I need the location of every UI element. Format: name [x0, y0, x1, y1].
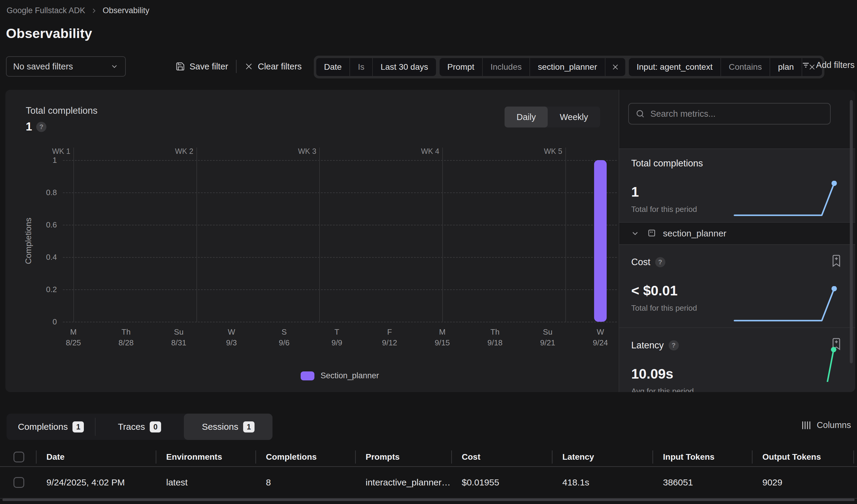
chart-total-value: 1	[26, 120, 32, 133]
bookmark-add-icon[interactable]	[831, 255, 842, 267]
page-title: Observability	[6, 26, 92, 41]
y-tick-label: 0.2	[46, 285, 57, 294]
x-tick-label: Su9/21	[540, 327, 555, 348]
filter-chip-operator[interactable]: Is	[350, 58, 372, 76]
help-icon[interactable]: ?	[655, 257, 665, 267]
divider	[236, 60, 237, 73]
x-tick-label: F9/12	[382, 327, 397, 348]
bar-section_planner[interactable]	[594, 160, 607, 322]
add-filters-button[interactable]: Add filters	[801, 60, 855, 70]
metrics-sidebar: Total completions 1 Total for this perio…	[619, 90, 855, 392]
column-header-output-tokens[interactable]: Output Tokens	[752, 450, 857, 464]
help-icon[interactable]: ?	[36, 122, 46, 132]
sparkline	[731, 346, 839, 392]
column-header-prompts[interactable]: Prompts	[355, 450, 451, 464]
x-tick-label: Su8/31	[171, 327, 187, 348]
column-header-date[interactable]: Date	[36, 450, 156, 464]
search-icon	[635, 109, 645, 119]
horizontal-scrollbar[interactable]	[2, 499, 855, 501]
filter-chip-value[interactable]: Last 30 days	[373, 58, 436, 76]
save-icon	[175, 62, 185, 71]
x-tick-label: M8/25	[66, 327, 81, 348]
x-tick-label: Th9/18	[487, 327, 503, 348]
prompt-group-label: section_planner	[663, 228, 726, 239]
search-metrics-input[interactable]	[650, 109, 823, 119]
chart-title: Total completions	[26, 105, 98, 116]
remove-filter-button[interactable]	[605, 58, 625, 76]
y-gridline	[63, 192, 617, 193]
breadcrumb-project[interactable]: Google Fullstack ADK	[6, 6, 85, 15]
column-header-completions[interactable]: Completions	[255, 450, 355, 464]
filter-chip-value[interactable]: plan	[770, 58, 802, 76]
clear-filters-button[interactable]: Clear filters	[244, 62, 302, 71]
y-axis-title: Completions	[24, 218, 33, 264]
columns-label: Columns	[817, 420, 851, 430]
help-icon[interactable]: ?	[669, 340, 679, 350]
filter-bar: No saved filters Save filter Clear filte…	[6, 56, 855, 79]
x-tick-label: M9/15	[435, 327, 450, 348]
week-gridline	[73, 147, 74, 322]
filter-chip-operator[interactable]: Includes	[483, 58, 530, 76]
granularity-toggle: Daily Weekly	[505, 107, 600, 127]
observability-panel: Total completions 1 ? Daily Weekly Compl…	[5, 90, 855, 392]
tab-sessions[interactable]: Sessions1	[184, 414, 272, 440]
y-gridline	[63, 290, 617, 290]
filter-chip-value[interactable]: section_planner	[530, 58, 605, 76]
metric-title-text: Latency	[631, 340, 664, 351]
column-header-environments[interactable]: Environments	[156, 450, 255, 464]
chevron-right-icon	[90, 7, 98, 15]
toggle-weekly[interactable]: Weekly	[548, 107, 600, 127]
week-label: WK 5	[544, 147, 562, 156]
count-badge: 1	[72, 421, 84, 433]
chart-legend: Section_planner	[63, 371, 617, 380]
chart-total: 1 ?	[26, 120, 46, 133]
columns-icon	[802, 421, 812, 430]
filter-chip: DateIsLast 30 days	[316, 58, 436, 76]
table-row[interactable]: 9/24/2025, 4:02 PMlatest8interactive_pla…	[0, 467, 857, 499]
select-all-checkbox[interactable]	[14, 452, 24, 463]
toggle-daily[interactable]: Daily	[505, 107, 548, 127]
latency-card: Latency ? 10.09s Avg for this period	[619, 328, 855, 392]
y-tick-label: 0.4	[46, 253, 57, 262]
y-tick-label: 0	[53, 317, 57, 327]
legend-swatch	[301, 371, 315, 380]
table-header-row: DateEnvironmentsCompletionsPromptsCostLa…	[0, 448, 857, 467]
tab-completions[interactable]: Completions1	[6, 414, 95, 440]
table-body: 9/24/2025, 4:02 PMlatest8interactive_pla…	[0, 467, 857, 499]
filter-chip: Input: agent_contextContainsplan	[629, 58, 822, 76]
breadcrumb: Google Fullstack ADK Observability	[6, 6, 149, 15]
column-header-latency[interactable]: Latency	[552, 450, 653, 464]
saved-filters-select[interactable]: No saved filters	[6, 56, 126, 76]
filter-chip-field[interactable]: Date	[316, 58, 350, 76]
table-cell: 8	[255, 477, 355, 488]
tab-traces[interactable]: Traces0	[95, 414, 184, 440]
chevron-down-icon	[110, 62, 119, 71]
count-badge: 0	[150, 421, 161, 433]
total-completions-card: Total completions 1 Total for this perio…	[619, 149, 855, 223]
breadcrumb-page[interactable]: Observability	[103, 6, 149, 15]
header-checkbox-cell	[0, 452, 36, 463]
vertical-scrollbar[interactable]	[850, 100, 853, 363]
sparkline	[731, 286, 839, 322]
table-cell: latest	[156, 477, 255, 488]
table-cell: 9029	[752, 477, 857, 488]
tab-label: Completions	[18, 422, 68, 432]
columns-button[interactable]: Columns	[802, 420, 851, 430]
row-checkbox[interactable]	[14, 477, 24, 488]
table-cell: 9/24/2025, 4:02 PM	[36, 477, 156, 488]
save-filter-button[interactable]: Save filter	[175, 62, 228, 71]
table-cell: $0.01955	[451, 477, 552, 488]
prompt-group-row[interactable]: section_planner	[619, 223, 855, 245]
week-label: WK 1	[52, 147, 70, 156]
filter-chip-operator[interactable]: Contains	[721, 58, 770, 76]
table-cell: interactive_planner_…	[355, 477, 451, 488]
metrics-search-region	[619, 90, 855, 149]
filter-chip-field[interactable]: Input: agent_context	[629, 58, 720, 76]
y-tick-label: 1	[53, 156, 57, 165]
column-header-input-tokens[interactable]: Input Tokens	[653, 450, 752, 464]
add-filters-label: Add filters	[816, 60, 855, 70]
legend-item[interactable]: Section_planner	[301, 371, 379, 380]
column-header-cost[interactable]: Cost	[451, 450, 552, 464]
save-filter-label: Save filter	[189, 62, 228, 71]
filter-chip-field[interactable]: Prompt	[440, 58, 482, 76]
